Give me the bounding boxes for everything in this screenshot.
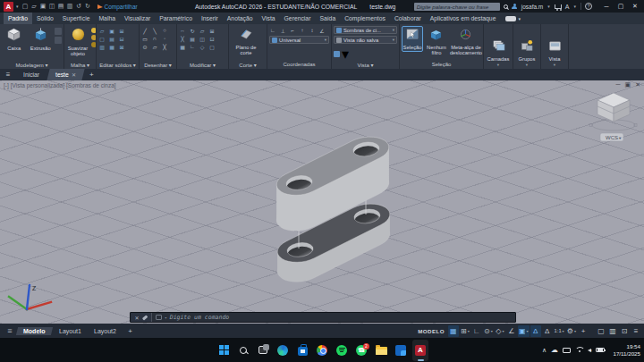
ribbon-tab-param-trico[interactable]: Paramétrico [155, 13, 197, 24]
isolate-objects-toggle[interactable]: ▢ [596, 325, 606, 337]
panel-title[interactable]: Corte ▾ [229, 60, 267, 69]
model-space-label[interactable]: MODELO [418, 328, 445, 334]
signed-in-user[interactable]: josafa.m [521, 4, 544, 10]
tool-icon[interactable]: ∩ [151, 35, 158, 42]
panel-title[interactable]: Modelagem ▾ [0, 60, 64, 69]
ribbon-button-nenhum-filtro[interactable]: Nenhum filtro [425, 26, 448, 57]
help-search-input[interactable]: Digite palavra-chave ou frase [414, 3, 500, 11]
tool-icon[interactable]: ▢ [98, 35, 106, 42]
tool-icon[interactable] [55, 37, 62, 44]
tool-icon[interactable]: ◦ [161, 35, 168, 42]
tool-icon[interactable]: ▦ [179, 43, 186, 50]
taskbar-search-button[interactable] [235, 340, 251, 361]
snap-mode-toggle[interactable]: ⊞▾ [460, 325, 470, 337]
viewport-config-icon[interactable] [334, 51, 340, 57]
taskbar-start-button[interactable] [216, 340, 232, 361]
file-tab-iniciar[interactable]: Iniciar [14, 69, 47, 80]
tool-icon[interactable]: ⊞ [118, 27, 125, 34]
minimize-button[interactable]: ─ [599, 0, 614, 13]
ribbon-tab-inserir[interactable]: Inserir [197, 13, 223, 24]
panel-title[interactable]: Malha ▾ [64, 60, 96, 69]
taskbar-whatsapp-button[interactable]: ☎2 [353, 340, 369, 361]
tool-icon[interactable]: ╲ [151, 27, 158, 34]
ribbon-tab-vista[interactable]: Vista [258, 13, 280, 24]
tool-icon[interactable]: ▤ [108, 35, 115, 42]
tool-icon[interactable]: ╱ [141, 27, 148, 34]
wifi-icon[interactable] [575, 347, 583, 353]
ribbon-tab-superf-cie[interactable]: Superfície [58, 13, 95, 24]
tool-icon[interactable]: ╳ [161, 43, 168, 50]
panel-title[interactable]: Vista ▾ [332, 60, 399, 69]
tool-icon[interactable]: ▢ [208, 43, 216, 50]
view-dropdown[interactable]: Sombras de ci...▾ [334, 26, 397, 34]
redo-icon[interactable]: ↻ [84, 3, 92, 11]
close-button[interactable]: ✕ [628, 0, 642, 13]
ribbon-button-meta-al-a-de-deslocamento[interactable]: Meta-alça de deslocamento [450, 26, 482, 57]
taskbar-spotify-button[interactable] [334, 340, 350, 361]
panel-title[interactable]: Modificar ▾ [177, 60, 228, 69]
layout-tab-layout1[interactable]: Layout1 [51, 327, 88, 335]
chevron-up-icon[interactable]: ∧ [542, 347, 547, 354]
tool-icon[interactable]: ↔ [179, 27, 186, 34]
input-device-icon[interactable] [563, 348, 571, 353]
save-as-icon[interactable]: ◫ [48, 3, 56, 11]
new-file-icon[interactable]: ▢ [21, 3, 30, 11]
iso-drafting-toggle[interactable]: ◇▾ [495, 325, 505, 337]
app-menu-caret-icon[interactable]: ▾ [16, 4, 19, 9]
tool-icon[interactable]: ▱ [199, 27, 206, 34]
customize-wrench-icon[interactable] [141, 315, 147, 320]
object-snap-toggle[interactable]: ▣▾ [518, 325, 530, 337]
viewport-canvas[interactable]: [-] [Vista personalizada] [Sombras de ci… [0, 80, 644, 324]
tool-icon[interactable]: ◫ [199, 35, 206, 42]
mesh-tool-icon[interactable] [91, 42, 96, 47]
new-layout-button[interactable]: + [123, 327, 137, 335]
panel-title[interactable]: Editar sólidos ▾ [97, 60, 139, 69]
plot-icon[interactable]: ▤ [57, 3, 65, 11]
command-recent-caret-icon[interactable]: ▾ [165, 316, 167, 320]
tool-icon[interactable]: ⊠ [118, 43, 125, 50]
help-icon[interactable]: ? [585, 3, 592, 10]
user-avatar-icon[interactable] [512, 4, 518, 10]
viewcube[interactable]: WCS ▾ [589, 93, 637, 141]
ribbon-tab-aplicativos-em-destaque[interactable]: Aplicativos em destaque [426, 13, 501, 24]
store-cart-icon[interactable] [555, 4, 562, 9]
annotation-scale-toggle[interactable]: 1:1▾ [554, 325, 565, 337]
tool-icon[interactable]: ▤ [189, 35, 196, 42]
ribbon-tab-s-lido[interactable]: Sólido [32, 13, 58, 24]
tool-icon[interactable]: ▥ [98, 43, 106, 50]
tool-icon[interactable]: ▦ [108, 43, 115, 50]
ribbon-tab-colaborar[interactable]: Colaborar [390, 13, 426, 24]
ucs-tool-icon[interactable]: ∠ [318, 27, 326, 34]
save-icon[interactable]: ▣ [39, 3, 47, 11]
tool-icon[interactable]: ╳ [179, 35, 186, 42]
open-folder-icon[interactable]: ▱ [30, 3, 38, 11]
tool-icon[interactable] [55, 28, 62, 35]
battery-icon[interactable] [596, 348, 605, 353]
taskbar-chrome-button[interactable] [314, 340, 330, 361]
taskbar-edge-button[interactable] [275, 340, 291, 361]
panel-button-vista[interactable]: Vista▾ [541, 38, 568, 69]
viewcube-wcs-menu[interactable]: WCS ▾ [600, 133, 623, 141]
tool-icon[interactable]: ▭ [141, 35, 148, 42]
ucs-tool-icon[interactable]: ∟ [269, 27, 276, 34]
ribbon-button-suavizar-objeto[interactable]: Suavizar objeto [66, 26, 89, 58]
tool-icon[interactable]: ⊡ [208, 35, 216, 42]
ribbon-tab-anota-o[interactable]: Anotação [223, 13, 258, 24]
ucs-icon[interactable]: Z [9, 285, 51, 309]
volume-muted-icon[interactable]: × [588, 349, 591, 352]
publish-icon[interactable]: ▥ [66, 3, 74, 11]
autodesk-app-caret-icon[interactable]: ▾ [573, 4, 576, 9]
ortho-mode-toggle[interactable]: ∟ [471, 325, 482, 337]
close-icon[interactable]: ✕ [134, 315, 139, 321]
ribbon-button-plano-de-corte[interactable]: Plano de corte [231, 26, 261, 57]
ribbon-tab-sa-da[interactable]: Saída [315, 13, 340, 24]
object-snap-tracking-toggle[interactable]: ∠ [506, 325, 517, 337]
status-menu-toggle[interactable]: ≡ [631, 325, 641, 337]
ucs-tool-icon[interactable]: ⊥ [279, 27, 286, 34]
polar-tracking-toggle[interactable]: ⊙▾ [483, 325, 494, 337]
panel-title[interactable]: Seleção [400, 60, 483, 69]
mesh-tool-icon[interactable] [91, 35, 96, 40]
new-drawing-tab-button[interactable]: + [85, 69, 98, 80]
share-button[interactable]: Compartilhar [97, 4, 138, 10]
taskbar-store-button[interactable] [294, 340, 310, 361]
